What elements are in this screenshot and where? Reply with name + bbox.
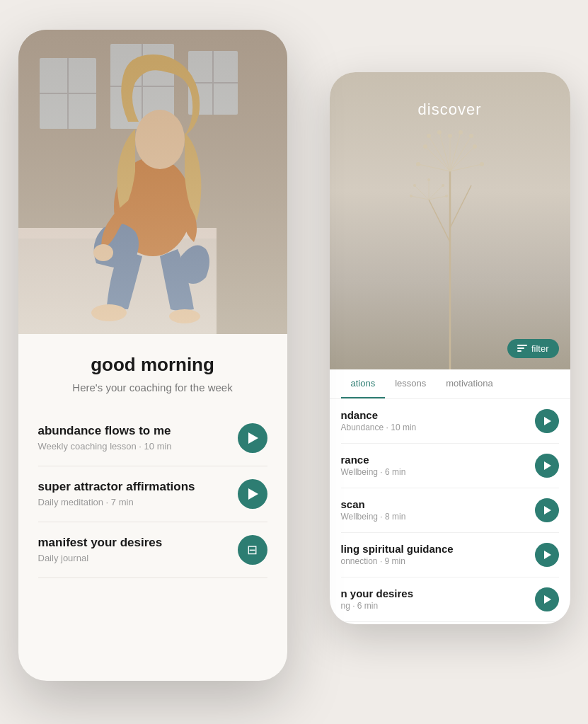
play-icon xyxy=(544,506,551,515)
play-button[interactable] xyxy=(535,543,559,567)
filter-button[interactable]: filter xyxy=(507,339,559,358)
play-icon xyxy=(544,595,551,604)
list-item-info: ling spiritual guidance onnection · 9 mi… xyxy=(341,543,454,566)
dandelion-icon xyxy=(393,115,507,369)
svg-point-20 xyxy=(459,130,463,134)
svg-point-26 xyxy=(413,184,416,187)
svg-point-17 xyxy=(427,134,431,138)
list-item: rance Wellbeing · 6 min xyxy=(341,444,559,488)
svg-point-14 xyxy=(473,144,477,149)
svg-line-10 xyxy=(439,132,450,171)
svg-line-1 xyxy=(429,200,450,242)
svg-point-12 xyxy=(423,144,427,149)
svg-rect-49 xyxy=(18,30,287,334)
item-title: manifest your desires xyxy=(38,536,163,550)
svg-point-18 xyxy=(469,134,473,138)
discover-title: discover xyxy=(418,100,482,119)
play-icon xyxy=(544,551,551,559)
play-icon xyxy=(544,417,551,425)
svg-line-2 xyxy=(450,185,471,228)
scene: discover xyxy=(18,30,570,695)
svg-point-13 xyxy=(448,134,452,138)
front-hero xyxy=(18,30,287,334)
list-item: ling spiritual guidance onnection · 9 mi… xyxy=(341,533,559,578)
svg-point-15 xyxy=(416,162,420,166)
svg-point-19 xyxy=(437,130,442,134)
filter-label: filter xyxy=(531,343,549,354)
play-button[interactable] xyxy=(535,587,559,611)
front-content: good morning Here's your coaching for th… xyxy=(18,334,287,592)
phone-back: discover xyxy=(330,72,570,624)
list-item-info: scan Wellbeing · 8 min xyxy=(341,498,406,522)
list-item-info: rance Wellbeing · 6 min xyxy=(341,454,406,477)
item-title: abundance flows to me xyxy=(38,424,172,438)
list-item: n your desires ng · 6 min xyxy=(341,578,559,622)
list-item: ndance Abundance · 10 min xyxy=(341,399,559,444)
svg-point-30 xyxy=(445,195,448,197)
play-affirmations-button[interactable] xyxy=(238,479,267,509)
svg-point-29 xyxy=(410,195,413,197)
play-icon xyxy=(544,461,551,470)
coaching-item-lesson: abundance flows to me Weekly coaching le… xyxy=(38,410,267,466)
item-subtitle: Daily journal xyxy=(38,553,163,563)
journal-button[interactable]: ⊟ xyxy=(238,535,267,565)
list-item: scan Wellbeing · 8 min xyxy=(341,488,559,533)
play-button[interactable] xyxy=(535,409,559,433)
list-item-info: n your desires ng · 6 min xyxy=(341,587,414,611)
item-subtitle: Daily meditation · 7 min xyxy=(38,497,195,507)
tab-affirmations[interactable]: ations xyxy=(341,369,386,398)
play-button[interactable] xyxy=(535,454,559,478)
svg-line-11 xyxy=(450,132,461,171)
greeting-title: good morning xyxy=(38,354,267,376)
play-button[interactable] xyxy=(535,498,559,522)
coaching-item-info: manifest your desires Daily journal xyxy=(38,536,163,563)
svg-line-7 xyxy=(450,164,482,171)
play-icon xyxy=(248,488,258,500)
svg-point-27 xyxy=(427,178,430,181)
back-tabs: ations lessons motivationa xyxy=(330,369,570,399)
coaching-item-info: abundance flows to me Weekly coaching le… xyxy=(38,424,172,452)
greeting-subtitle: Here's your coaching for the week xyxy=(38,381,267,393)
coaching-item-affirmations: super attractor affirmations Daily medit… xyxy=(38,466,267,522)
play-icon xyxy=(248,432,258,444)
back-hero: discover xyxy=(330,72,570,369)
phone-front: good morning Here's your coaching for th… xyxy=(18,30,287,681)
coaching-item-info: super attractor affirmations Daily medit… xyxy=(38,480,195,507)
coaching-item-journal: manifest your desires Daily journal ⊟ xyxy=(38,522,267,578)
svg-line-6 xyxy=(418,164,450,171)
tab-motivational[interactable]: motivationa xyxy=(436,369,502,398)
item-title: super attractor affirmations xyxy=(38,480,195,494)
back-list: ndance Abundance · 10 min rance Wellbein… xyxy=(330,399,570,622)
item-subtitle: Weekly coaching lesson · 10 min xyxy=(38,441,172,452)
woman-figure xyxy=(18,30,287,334)
filter-icon xyxy=(517,345,527,352)
tab-lessons[interactable]: lessons xyxy=(385,369,436,398)
svg-point-28 xyxy=(442,184,444,187)
play-lesson-button[interactable] xyxy=(238,423,267,453)
list-item-info: ndance Abundance · 10 min xyxy=(341,409,417,432)
journal-icon: ⊟ xyxy=(247,544,258,556)
svg-point-16 xyxy=(480,162,484,166)
